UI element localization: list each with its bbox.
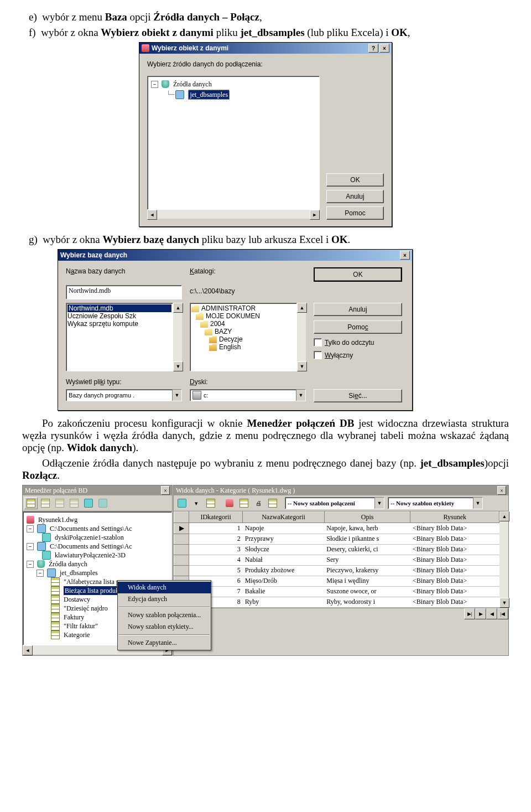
ok-button[interactable]: OK: [314, 267, 402, 282]
drive-combo[interactable]: c:▼: [190, 389, 306, 401]
nav-last-icon[interactable]: ▶|: [464, 608, 475, 619]
menu-item-edit-data[interactable]: Edycja danych: [118, 593, 211, 605]
help-button[interactable]: ?: [368, 44, 378, 53]
toolbar-button[interactable]: [39, 497, 52, 509]
toolbar-button[interactable]: [24, 497, 38, 509]
cancel-button[interactable]: Anuluj: [326, 190, 384, 203]
table-row[interactable]: 7BakalieSuszone owoce, or<Binary Blob Da…: [174, 587, 499, 597]
toolbar-button[interactable]: [96, 497, 110, 509]
tree-item[interactable]: jet_dbsamples: [60, 568, 98, 577]
dir-item[interactable]: ADMINISTRATOR: [201, 304, 256, 312]
toolbar-button[interactable]: ▾: [190, 497, 203, 509]
tree-item[interactable]: C:\Documents and Settings\Ac: [50, 524, 132, 533]
tree-item[interactable]: "Filtr faktur": [64, 622, 98, 630]
menu-item-new-link-template[interactable]: Nowy szablon połączenia...: [118, 609, 211, 621]
toolbar-button[interactable]: [204, 497, 217, 509]
tree-item[interactable]: "Dziesięć najdro: [64, 604, 108, 613]
tree-item[interactable]: dyskiPołączenie1-szablon: [55, 533, 124, 542]
dir-item[interactable]: BAZY: [215, 328, 232, 335]
col-header[interactable]: IDkategorii: [189, 512, 243, 523]
tree-expand-icon[interactable]: −: [27, 561, 34, 568]
dir-item[interactable]: Decyzje: [219, 335, 243, 343]
network-button[interactable]: Sieć...: [314, 389, 402, 402]
toolbar-button[interactable]: [67, 497, 81, 509]
help-button[interactable]: Pomoc: [314, 320, 402, 334]
dir-list[interactable]: ADMINISTRATOR MOJE DOKUMEN 2004 BAZY Dec…: [190, 303, 297, 371]
nav-prev-icon[interactable]: ◀: [486, 608, 497, 619]
label-template-combo[interactable]: -- Nowy szablon etykiety▼: [388, 497, 483, 509]
tree-expand-icon[interactable]: −: [27, 543, 34, 550]
scroll-down-icon[interactable]: ▼: [297, 361, 307, 371]
toolbar-button[interactable]: [53, 497, 66, 509]
menu-item-new-label-template[interactable]: Nowy szablon etykiety...: [118, 621, 211, 633]
menu-item-data-view[interactable]: Widok danych: [118, 582, 211, 593]
tree-item[interactable]: "Alfabetyczna lista pro: [64, 577, 125, 586]
toolbar-button[interactable]: 🖨: [252, 497, 265, 509]
link-template-combo[interactable]: -- Nowy szablon połączeni▼: [285, 497, 384, 509]
col-header[interactable]: Opis: [324, 512, 410, 523]
tree-item[interactable]: Dostawcy: [64, 595, 90, 604]
table-row[interactable]: 4NabiałSery<Binary Blob Data>: [174, 555, 499, 566]
readonly-checkbox[interactable]: Tylko do odczytu: [314, 338, 402, 346]
table-row[interactable]: 3SłodyczeDesery, cukierki, ci<Binary Blo…: [174, 545, 499, 555]
scroll-up-icon[interactable]: ▲: [499, 511, 509, 521]
table-row[interactable]: 5Produkty zbożowePieczywo, krakersy<Bina…: [174, 566, 499, 576]
dropdown-icon[interactable]: ▼: [374, 498, 384, 509]
cancel-button[interactable]: Anuluj: [314, 303, 402, 316]
table-row[interactable]: 2PrzyprawySłodkie i pikantne s<Binary Bl…: [174, 534, 499, 545]
tree-item[interactable]: klawiaturyPołączenie2-3D: [55, 551, 126, 560]
file-item[interactable]: Uczniowie Zespołu Szk: [67, 312, 171, 320]
col-header[interactable]: NazwaKategorii: [243, 512, 325, 523]
close-icon[interactable]: ×: [161, 486, 170, 495]
scroll-left-icon[interactable]: ◄: [147, 210, 157, 220]
exclusive-checkbox[interactable]: Wyłączny: [314, 351, 402, 359]
scroll-up-icon[interactable]: ▲: [297, 303, 307, 313]
close-icon[interactable]: ×: [497, 486, 506, 495]
file-item[interactable]: Northwind.mdb: [67, 304, 171, 312]
toolbar-button[interactable]: [82, 497, 95, 509]
tree-item-selected[interactable]: jet_dbsamples: [188, 90, 230, 100]
scroll-right-icon[interactable]: ►: [310, 210, 320, 220]
dropdown-icon[interactable]: ▼: [172, 390, 181, 401]
dropdown-icon[interactable]: ▼: [473, 498, 482, 509]
file-list[interactable]: Northwind.mdb Uczniowie Zespołu Szk Wyka…: [66, 303, 173, 371]
scroll-up-icon[interactable]: ▲: [173, 303, 183, 313]
table-row[interactable]: ▶1NapojeNapoje, kawa, herb<Binary Blob D…: [174, 523, 499, 534]
dropdown-icon[interactable]: ▼: [296, 390, 305, 401]
scroll-left-icon[interactable]: ◄: [23, 645, 33, 655]
nav-next-icon[interactable]: ▶: [475, 608, 486, 619]
tree-item[interactable]: Źródła danych: [49, 560, 87, 568]
dir-item[interactable]: 2004: [210, 320, 225, 328]
help-button[interactable]: Pomoc: [326, 206, 384, 220]
tree-item[interactable]: Faktury: [64, 613, 84, 622]
menu-item-new-query[interactable]: Nowe Zapytanie...: [118, 637, 211, 649]
dir-item[interactable]: English: [219, 343, 241, 351]
tree-collapse-icon[interactable]: −: [151, 81, 158, 88]
toolbar-button[interactable]: [223, 497, 236, 509]
ok-button[interactable]: OK: [326, 173, 384, 187]
close-button[interactable]: ×: [379, 44, 389, 53]
tree-expand-icon[interactable]: −: [37, 570, 44, 577]
close-button[interactable]: ×: [400, 251, 410, 260]
toolbar-button[interactable]: [266, 497, 279, 509]
toolbar-button[interactable]: [237, 497, 251, 509]
dir-item[interactable]: MOJE DOKUMEN: [206, 312, 260, 320]
tree-item-selected[interactable]: Bieżąca lista produktó: [64, 586, 125, 595]
col-header[interactable]: Rysunek: [410, 512, 499, 523]
scroll-down-icon[interactable]: ▼: [173, 361, 183, 371]
toolbar-button[interactable]: [175, 497, 189, 509]
data-grid[interactable]: IDkategorii NazwaKategorii Opis Rysunek …: [174, 511, 499, 608]
data-source-tree[interactable]: − Źródła danych └─ jet_dbsamples: [147, 76, 320, 210]
nav-first-icon[interactable]: |◀: [497, 608, 508, 619]
tree-item[interactable]: Rysunek1.dwg: [38, 515, 77, 524]
scroll-down-icon[interactable]: ▼: [499, 598, 509, 608]
tree-expand-icon[interactable]: −: [27, 525, 34, 532]
tree-item[interactable]: C:\Documents and Settings\Ac: [50, 542, 132, 551]
file-type-combo[interactable]: Bazy danych programu .▼: [66, 389, 182, 401]
table-row[interactable]: 8RybyRyby, wodorosty i<Binary Blob Data>: [174, 597, 499, 608]
table-row[interactable]: 6Mięso/DróbMięsa i wędliny<Binary Blob D…: [174, 576, 499, 587]
row-selector[interactable]: ▶: [174, 523, 189, 534]
tree-item[interactable]: Kategorie: [64, 630, 90, 639]
dbname-input[interactable]: Northwind.mdb: [66, 285, 182, 299]
file-item[interactable]: Wykaz sprzętu kompute: [67, 320, 171, 328]
